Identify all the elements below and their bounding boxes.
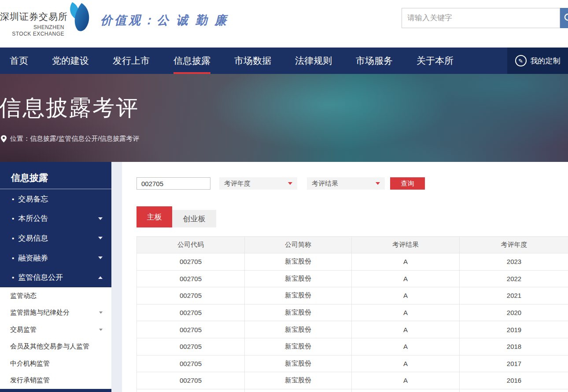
szse-logo-icon xyxy=(65,1,92,32)
bullet-icon: • xyxy=(12,254,14,262)
nav-item-rules[interactable]: 法律规则 xyxy=(295,48,332,74)
logo-english-name: SHENZHEN STOCK EXCHANGE xyxy=(0,24,64,37)
table-header-row: 公司代码 公司简称 考评结果 考评年度 xyxy=(137,237,568,253)
sidebar-item-trading-info[interactable]: • 交易信息 xyxy=(0,228,111,248)
submenu-item-member-supervision[interactable]: 会员及其他交易参与人监管 xyxy=(0,338,111,355)
chevron-up-icon xyxy=(98,276,103,279)
nav-item-listing[interactable]: 发行上市 xyxy=(113,48,150,74)
evaluation-result-dropdown[interactable]: 考评结果 xyxy=(307,177,385,190)
chevron-down-icon xyxy=(288,182,292,185)
bullet-icon: • xyxy=(12,215,14,222)
sidebar-item-trading-memo[interactable]: • 交易备忘 xyxy=(0,189,111,209)
nav-item-market-services[interactable]: 市场服务 xyxy=(356,48,393,74)
col-header-result: 考评结果 xyxy=(352,237,460,253)
values-slogan: 价值观：公 诚 勤 廉 xyxy=(100,12,229,28)
table-row: 002705新宝股份A2018 xyxy=(137,338,568,355)
sidebar: 信息披露 • 交易备忘 • 本所公告 • 交易信息 • 融资融券 • 监管信息公… xyxy=(0,162,111,287)
chevron-down-icon xyxy=(98,256,103,259)
sidebar-submenu: 监管动态 监管措施与纪律处分 交易监管 会员及其他交易参与人监管 中介机构监管 … xyxy=(0,287,111,389)
table-row: 002705新宝股份A2019 xyxy=(137,321,568,338)
nav-item-market-data[interactable]: 市场数据 xyxy=(234,48,271,74)
search-icon xyxy=(564,13,568,23)
submenu-item-underwriting-supervision[interactable]: 发行承销监管 xyxy=(0,372,111,389)
chevron-down-icon xyxy=(376,182,380,185)
logo-chinese-name: 深圳证券交易所 xyxy=(0,11,64,23)
col-header-year: 考评年度 xyxy=(460,237,568,253)
sidebar-title: 信息披露 xyxy=(0,162,111,189)
page-title: 信息披露考评 xyxy=(0,93,139,123)
chevron-down-icon xyxy=(98,217,103,220)
location-pin-icon xyxy=(1,135,7,143)
evaluation-year-dropdown[interactable]: 考评年度 xyxy=(219,177,297,190)
submenu-item-intermediary-supervision[interactable]: 中介机构监管 xyxy=(0,355,111,372)
chevron-down-icon xyxy=(99,329,103,331)
sidebar-item-regulatory-disclosure[interactable]: • 监管信息公开 xyxy=(0,267,111,287)
table-row: 002705新宝股份A2023 xyxy=(137,253,568,271)
submenu-item-trading-supervision[interactable]: 交易监管 xyxy=(0,321,111,338)
bullet-icon: • xyxy=(12,274,14,281)
submenu-item-regulatory-news[interactable]: 监管动态 xyxy=(0,287,111,304)
tab-main-board[interactable]: 主板 xyxy=(136,206,172,227)
nav-item-about[interactable]: 关于本所 xyxy=(417,48,454,74)
nav-item-home[interactable]: 首页 xyxy=(10,48,28,74)
table-row-partial xyxy=(137,389,568,392)
nav-item-party-building[interactable]: 党的建设 xyxy=(52,48,89,74)
hero-banner: 信息披露考评 位置：信息披露/监管信息公开/信息披露考评 xyxy=(0,74,568,162)
query-button[interactable]: 查询 xyxy=(390,177,425,190)
chevron-down-icon xyxy=(99,311,103,314)
bullet-icon: • xyxy=(12,195,14,203)
table-row: 002705新宝股份A2022 xyxy=(137,271,568,288)
bullet-icon: • xyxy=(12,234,14,242)
evaluation-table: 公司代码 公司简称 考评结果 考评年度 002705新宝股份A2023 0027… xyxy=(136,236,568,392)
table-row: 002705新宝股份A2017 xyxy=(137,355,568,373)
logo[interactable]: 深圳证券交易所 SHENZHEN STOCK EXCHANGE xyxy=(0,11,64,37)
customize-pencil-icon: ✎ xyxy=(515,55,527,66)
breadcrumb-text: 位置：信息披露/监管信息公开/信息披露考评 xyxy=(10,135,139,143)
sidebar-gutter xyxy=(111,162,122,392)
company-code-input[interactable] xyxy=(136,177,210,190)
sidebar-item-exchange-announcements[interactable]: • 本所公告 xyxy=(0,209,111,229)
site-search-input[interactable] xyxy=(402,8,560,28)
my-customization-button[interactable]: ✎ 我的定制 xyxy=(507,48,568,74)
col-header-company-name: 公司简称 xyxy=(245,237,352,253)
site-search-button[interactable] xyxy=(560,8,568,28)
table-row: 002705新宝股份A2021 xyxy=(137,287,568,304)
submenu-item-measures-discipline[interactable]: 监管措施与纪律处分 xyxy=(0,304,111,322)
site-header: 深圳证券交易所 SHENZHEN STOCK EXCHANGE 价值观：公 诚 … xyxy=(0,0,568,48)
my-customization-label: 我的定制 xyxy=(531,56,561,66)
main-nav: 首页 党的建设 发行上市 信息披露 市场数据 法律规则 市场服务 关于本所 xyxy=(0,48,568,74)
col-header-company-code: 公司代码 xyxy=(137,237,245,253)
tab-chinext-board[interactable]: 创业板 xyxy=(172,210,216,227)
sidebar-next-item-edge xyxy=(0,389,111,392)
chevron-down-icon xyxy=(98,237,103,239)
nav-item-disclosure[interactable]: 信息披露 xyxy=(173,48,210,74)
sidebar-item-margin-trading[interactable]: • 融资融券 xyxy=(0,248,111,268)
breadcrumb: 位置：信息披露/监管信息公开/信息披露考评 xyxy=(1,135,139,143)
table-row: 002705新宝股份A2016 xyxy=(137,372,568,389)
table-row: 002705新宝股份A2020 xyxy=(137,304,568,322)
